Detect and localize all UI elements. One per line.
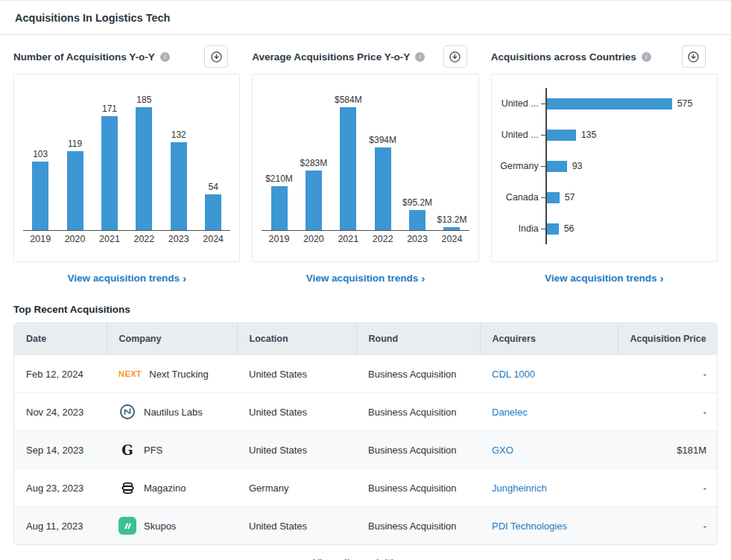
download-chart-button[interactable] — [682, 45, 706, 68]
x-axis: 201920202021202220232024 — [23, 231, 230, 244]
bar[interactable] — [547, 161, 567, 172]
bar-column: 54 — [196, 182, 230, 230]
table-header: Date Company Location Round Acquirers Ac… — [14, 323, 718, 355]
cell-round: Business Acquisition — [356, 431, 480, 469]
bar[interactable] — [32, 162, 48, 230]
info-icon[interactable]: i — [642, 52, 651, 62]
chevron-right-icon: › — [660, 272, 664, 284]
bar[interactable] — [547, 130, 576, 141]
table-row[interactable]: Sep 14, 2023GPFSUnited StatesBusiness Ac… — [14, 431, 718, 469]
download-icon — [687, 51, 700, 63]
bar[interactable] — [443, 227, 460, 230]
bar-value-label: $283M — [300, 158, 328, 168]
x-axis: 201920202021202220232024 — [262, 231, 469, 244]
table-row[interactable]: Feb 12, 2024NEXTNext TruckingUnited Stat… — [14, 355, 718, 393]
bar[interactable] — [171, 142, 187, 230]
cell-acquirers: PDI Technologies — [480, 507, 618, 545]
bar-area: 56 — [545, 213, 711, 244]
bar-value-label: 103 — [33, 149, 48, 159]
bar[interactable] — [409, 210, 425, 230]
charts-row: Number of Acquisitions Y-o-Y i 103119171… — [0, 35, 731, 284]
bar[interactable] — [375, 147, 391, 230]
bar[interactable] — [136, 107, 152, 230]
bar-column: $95.2M — [400, 197, 434, 230]
bar[interactable] — [306, 171, 322, 230]
download-chart-button[interactable] — [204, 45, 228, 68]
acquirer-link[interactable]: CDL 1000 — [492, 369, 535, 380]
cell-acquirers: CDL 1000 — [480, 355, 618, 393]
info-icon[interactable]: i — [415, 52, 425, 62]
acquirer-link[interactable]: PDI Technologies — [492, 521, 567, 532]
bar[interactable] — [547, 223, 559, 235]
cell-round: Business Acquisition — [356, 469, 480, 507]
cell-acquisition-price: - — [618, 469, 718, 507]
bar[interactable] — [547, 192, 560, 203]
bar-value-label: 119 — [68, 139, 82, 149]
bar-column: 185 — [127, 95, 161, 230]
cell-acquisition-price: - — [618, 355, 718, 393]
view-acquisition-trends-link[interactable]: View acquisition trends› — [13, 272, 240, 284]
view-all-acquisitions-label: View all acquisitions — [313, 557, 411, 560]
chart-plot-area: United ...575United ...135Germany93Canad… — [492, 74, 717, 252]
company-logo — [118, 403, 136, 421]
download-chart-button[interactable] — [443, 45, 467, 68]
bar[interactable] — [271, 186, 288, 230]
bar-row: Germany93 — [495, 150, 711, 182]
bar-column: $584M — [331, 95, 365, 230]
bar-column: 171 — [92, 104, 127, 230]
cell-round: Business Acquisition — [356, 393, 480, 431]
chart-title: Acquisitions across Countries — [491, 51, 636, 63]
table-row[interactable]: Nov 24, 2023Nautilus LabsUnited StatesBu… — [14, 393, 718, 431]
acquisitions-dashboard: Acquisitions In Logistics Tech Number of… — [0, 0, 731, 560]
cell-date: Sep 14, 2023 — [14, 431, 107, 469]
chart-card: $210M$283M$584M$394M$95.2M$13.2M20192020… — [252, 74, 478, 262]
acquirer-link[interactable]: Danelec — [492, 407, 528, 418]
bar-value-label: 56 — [564, 223, 575, 234]
bar[interactable] — [340, 107, 356, 230]
chart-panel-average-acquisitions-price-y-o-y: Average Acquisitions Price Y-o-Y i $210M… — [252, 35, 478, 284]
chevron-right-icon: › — [183, 272, 186, 284]
company-cell: Nautilus Labs — [118, 403, 225, 421]
acquirer-link[interactable]: GXO — [492, 445, 513, 456]
view-acquisition-trends-link[interactable]: View acquisition trends› — [252, 272, 478, 284]
bar[interactable] — [101, 116, 118, 230]
bar-value-label: $584M — [335, 95, 362, 105]
chart-panel-header: Average Acquisitions Price Y-o-Y i — [252, 45, 478, 68]
view-acquisition-trends-label: View acquisition trends — [67, 273, 180, 284]
bar[interactable] — [547, 98, 672, 109]
view-acquisition-trends-link[interactable]: View acquisition trends› — [491, 272, 718, 284]
x-tick-label: 2019 — [262, 234, 296, 244]
cell-acquirers: GXO — [480, 431, 618, 469]
chart-panel-header: Acquisitions across Countries i — [491, 45, 718, 68]
bar-chart: 1031191711851325420192020202120222023202… — [14, 83, 239, 244]
cell-acquisition-price: - — [618, 393, 718, 431]
column-header-price: Acquisition Price — [618, 323, 718, 355]
chart-panel-acquisitions-across-countries: Acquisitions across Countries i United .… — [491, 35, 718, 284]
cell-date: Nov 24, 2023 — [14, 393, 107, 431]
bar-column: 119 — [57, 139, 92, 230]
bar-value-label: $13.2M — [437, 214, 466, 225]
company-name: Magazino — [144, 483, 186, 494]
acquirer-link[interactable]: Jungheinrich — [492, 483, 547, 494]
company-logo — [118, 517, 136, 535]
cell-round: Business Acquisition — [356, 355, 480, 393]
download-icon — [210, 51, 223, 63]
chart-panel-number-of-acquisitions-y-o-y: Number of Acquisitions Y-o-Y i 103119171… — [13, 35, 240, 284]
cell-date: Feb 12, 2024 — [14, 355, 107, 393]
chart-plot-area: $210M$283M$584M$394M$95.2M$13.2M — [262, 83, 469, 231]
bar[interactable] — [67, 151, 83, 230]
chevron-right-icon: › — [414, 556, 418, 560]
x-tick-label: 2022 — [127, 234, 161, 244]
bar-value-label: 171 — [102, 104, 117, 114]
bar-column: $394M — [366, 135, 400, 230]
view-all-acquisitions-link[interactable]: View all acquisitions› — [0, 556, 731, 560]
page-title: Acquisitions In Logistics Tech — [0, 1, 731, 35]
cell-acquirers: Danelec — [480, 393, 618, 431]
chart-title: Average Acquisitions Price Y-o-Y — [252, 51, 410, 63]
company-logo: NEXT — [118, 365, 142, 383]
table-row[interactable]: Aug 11, 2023SkuposUnited StatesBusiness … — [14, 507, 718, 545]
bar[interactable] — [205, 194, 221, 230]
table-row[interactable]: Aug 23, 2023MagazinoGermanyBusiness Acqu… — [14, 469, 718, 507]
info-icon[interactable]: i — [160, 52, 170, 62]
cell-date: Aug 11, 2023 — [14, 507, 107, 545]
